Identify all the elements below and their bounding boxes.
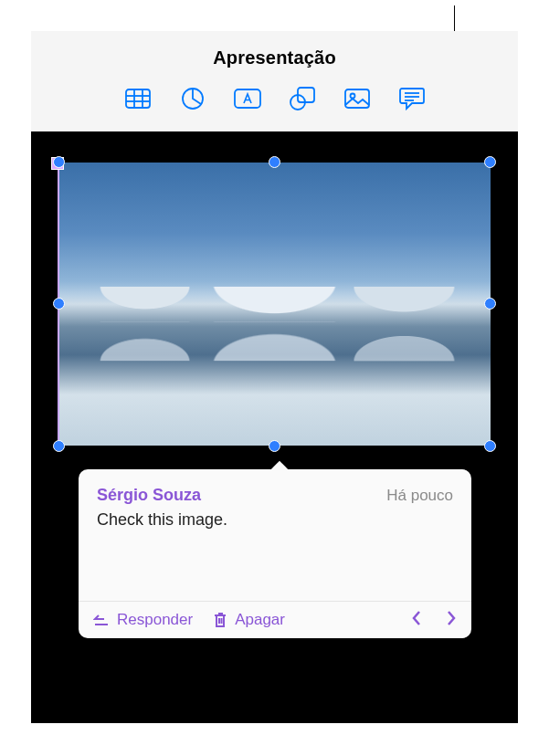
comment-popover: Sérgio Souza Há pouco Check this image. … xyxy=(79,469,471,638)
popover-footer: Responder Apagar xyxy=(79,601,471,638)
media-icon[interactable] xyxy=(343,85,371,112)
comment-text: Check this image. xyxy=(97,510,453,530)
text-icon[interactable] xyxy=(234,85,261,112)
comment-icon[interactable] xyxy=(398,85,426,112)
toolbar xyxy=(124,85,426,112)
header-bar: Apresentação xyxy=(31,31,518,131)
resize-handle-nw[interactable] xyxy=(53,156,65,168)
popover-arrow xyxy=(270,460,289,471)
resize-handle-sw[interactable] xyxy=(53,440,65,452)
next-comment-button[interactable] xyxy=(446,610,457,630)
page-title: Apresentação xyxy=(213,47,336,68)
delete-label: Apagar xyxy=(235,611,285,629)
shape-icon[interactable] xyxy=(289,85,316,112)
comment-nav xyxy=(411,610,457,630)
svg-rect-0 xyxy=(126,89,150,108)
comment-time: Há pouco xyxy=(386,487,453,505)
selected-image[interactable] xyxy=(58,163,491,446)
table-icon[interactable] xyxy=(124,85,152,112)
resize-handle-w[interactable] xyxy=(53,298,65,310)
svg-point-10 xyxy=(350,94,354,99)
resize-handle-ne[interactable] xyxy=(484,156,496,168)
app-window: Apresentação xyxy=(31,31,518,723)
popover-body: Sérgio Souza Há pouco Check this image. xyxy=(79,469,471,601)
reply-label: Responder xyxy=(117,611,193,629)
resize-handle-e[interactable] xyxy=(484,298,496,310)
prev-comment-button[interactable] xyxy=(411,610,422,630)
comment-author: Sérgio Souza xyxy=(97,486,201,505)
resize-handle-n[interactable] xyxy=(269,156,280,168)
resize-handle-s[interactable] xyxy=(269,440,280,452)
slide-canvas[interactable]: Sérgio Souza Há pouco Check this image. … xyxy=(31,131,518,723)
resize-handle-se[interactable] xyxy=(484,440,496,452)
reply-button[interactable]: Responder xyxy=(93,611,193,629)
svg-rect-9 xyxy=(345,89,369,108)
image-content xyxy=(58,321,491,361)
delete-button[interactable]: Apagar xyxy=(213,611,285,629)
chart-icon[interactable] xyxy=(179,85,206,112)
